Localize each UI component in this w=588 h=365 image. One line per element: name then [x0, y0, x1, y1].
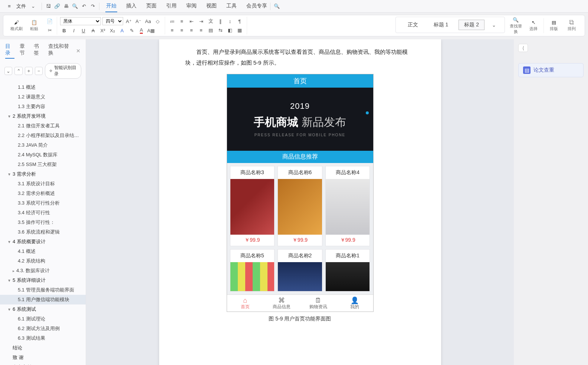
outline-node[interactable]: 4.1 概述	[0, 247, 86, 256]
numbering-icon[interactable]: ≡	[178, 17, 186, 25]
outline-node[interactable]: ▼6 系统测试	[0, 304, 86, 314]
grow-font-icon[interactable]: A⁺	[125, 17, 133, 25]
underline-icon[interactable]: U	[79, 27, 88, 34]
bold-icon[interactable]: B	[60, 27, 68, 34]
outline-node[interactable]: ▼2 系统开发环境	[0, 111, 86, 121]
save-icon[interactable]: 🖫	[44, 2, 52, 10]
distribute-icon[interactable]: ▤	[207, 26, 215, 34]
find-replace-button[interactable]: 🔍查找替换	[508, 16, 523, 35]
outline-node[interactable]: 6.3 测试结果	[0, 333, 86, 343]
font-color-icon[interactable]: A	[137, 27, 145, 34]
fill-color-icon[interactable]: ◧	[226, 26, 234, 34]
auto-detect-toc-button[interactable]: ✧智能识别目录	[45, 63, 81, 79]
ribbon-tab[interactable]: 页面	[145, 0, 157, 12]
outline-node[interactable]: 结论	[0, 343, 86, 353]
align-justify-icon[interactable]: ≡	[197, 26, 205, 34]
outline-node[interactable]: ▼3 需求分析	[0, 169, 86, 179]
ribbon-tab[interactable]: 开始	[105, 0, 117, 12]
style-normal[interactable]: 正文	[403, 20, 423, 30]
rail-expand-button[interactable]: ⟨	[518, 44, 528, 52]
ribbon-tab[interactable]: 工具	[226, 0, 237, 12]
print-preview-icon[interactable]: 🔍	[71, 2, 79, 10]
highlight-icon[interactable]: ✎	[128, 27, 136, 34]
outdent-icon[interactable]: ⇤	[187, 17, 196, 25]
cut-icon[interactable]: ✂	[46, 26, 54, 34]
change-case-icon[interactable]: Aa	[144, 17, 152, 25]
ribbon-tab[interactable]: 审阅	[185, 0, 197, 12]
document-area[interactable]: 首页、用户登录到商品展示系统客可以查看首页、商品信息、购物资讯、我的等功能模块，…	[86, 39, 514, 365]
superscript-icon[interactable]: X²	[99, 27, 107, 34]
product-card[interactable]: 商品名称1	[325, 249, 370, 291]
product-card[interactable]: 商品名称6￥99.9	[277, 166, 322, 246]
phone-nav-item[interactable]: ⌂首页	[227, 295, 264, 312]
outline-node[interactable]: 5.1 管理员服务端功能界面	[0, 285, 86, 295]
outline-node[interactable]: 4.2 系统结构	[0, 256, 86, 266]
indent-icon[interactable]: ⇥	[197, 17, 205, 25]
ribbon-tab[interactable]: 会员专享	[246, 0, 268, 12]
collapse-all-button[interactable]: ⌃	[14, 67, 22, 75]
product-card[interactable]: 商品名称4￥99.9	[325, 166, 370, 246]
text-direction-icon[interactable]: 文	[207, 17, 215, 25]
outline-node[interactable]: 2.4 MySQL 数据库	[0, 150, 86, 160]
file-menu[interactable]: 文件	[15, 3, 27, 10]
subscript-icon[interactable]: X₂	[108, 27, 116, 34]
format-brush-button[interactable]: 🖌 格式刷	[9, 19, 24, 32]
phone-nav-item[interactable]: ⌘商品信息	[263, 295, 300, 312]
print-icon[interactable]: 🖶	[62, 2, 70, 10]
line-spacing-icon[interactable]: ‖	[216, 17, 224, 25]
nav-pane-tab[interactable]: 书签	[34, 43, 43, 59]
style-heading1[interactable]: 标题 1	[428, 20, 454, 30]
tab-icon[interactable]: ⇆	[216, 26, 224, 34]
outline-node[interactable]: 1.3 主要内容	[0, 102, 86, 111]
arrange-button[interactable]: ⿻排列	[564, 19, 579, 32]
font-size-select[interactable]: 四号	[102, 17, 123, 25]
align-center-icon[interactable]: ≡	[178, 26, 186, 34]
show-marks-icon[interactable]: ¶	[236, 17, 244, 25]
style-more-icon[interactable]: ⌄	[490, 21, 498, 29]
link-icon[interactable]: 🔗	[53, 2, 61, 10]
italic-icon[interactable]: I	[70, 27, 78, 34]
product-card[interactable]: 商品名称5	[230, 249, 275, 291]
outline-node[interactable]: 3.2 需求分析概述	[0, 189, 86, 198]
strike-icon[interactable]: A	[89, 27, 97, 34]
remove-node-button[interactable]: －	[35, 67, 43, 75]
align-left-icon[interactable]: ≡	[168, 26, 176, 34]
product-card[interactable]: 商品名称2	[277, 249, 322, 291]
outline-node[interactable]: 2.2 小程序框架以及目录结构介 ...	[0, 131, 86, 140]
thesis-check-button[interactable]: ▤ 论文查重	[518, 63, 584, 77]
phone-nav-item[interactable]: 👤我的	[336, 295, 373, 312]
nav-pane-tab[interactable]: 目录	[5, 43, 14, 59]
ribbon-tab[interactable]: 引用	[165, 0, 177, 12]
outline-node[interactable]: 1.2 课题意义	[0, 92, 86, 102]
outline-node[interactable]: ▼5 系统详细设计	[0, 276, 86, 285]
add-node-button[interactable]: ＋	[25, 67, 33, 75]
outline-node[interactable]: 3.4 经济可行性	[0, 208, 86, 218]
font-name-select[interactable]: 黑体	[60, 17, 101, 25]
layout-button[interactable]: ▤排版	[546, 19, 562, 32]
ribbon-tab[interactable]: 插入	[125, 0, 137, 12]
outline-node[interactable]: 1.1 概述	[0, 82, 86, 92]
shading-icon[interactable]: A▦	[147, 27, 155, 34]
outline-node[interactable]: 3.5 操作可行性：	[0, 218, 86, 227]
select-button[interactable]: ↖选择	[526, 19, 541, 32]
outline-node[interactable]: 3.6 系统流程和逻辑	[0, 227, 86, 237]
sort-icon[interactable]: ↕	[226, 17, 234, 25]
outline-node[interactable]: 3.1 系统设计目标	[0, 179, 86, 189]
phone-nav-item[interactable]: 🗓购物资讯	[300, 295, 337, 312]
outline-node[interactable]: 5.1 用户微信端功能模块	[0, 295, 86, 304]
menu-icon[interactable]: ≡	[5, 2, 13, 10]
outline-node[interactable]: 参考文献	[0, 362, 86, 365]
outline-node[interactable]: ▼4 系统概要设计	[0, 237, 86, 247]
product-card[interactable]: 商品名称3￥99.9	[230, 166, 275, 246]
clear-format-icon[interactable]: ◇	[154, 17, 162, 25]
nav-pane-tab[interactable]: 章节	[20, 43, 29, 59]
paste-button[interactable]: 📋 粘贴	[26, 19, 42, 32]
outline-node[interactable]: 2.3 JAVA 简介	[0, 140, 86, 150]
outline-node[interactable]: 6.2 测试方法及用例	[0, 324, 86, 333]
outline-node[interactable]: 2.5 SSM 三大框架	[0, 160, 86, 169]
nav-pane-tab[interactable]: 查找和替换	[48, 43, 71, 59]
bullets-icon[interactable]: ≔	[168, 17, 176, 25]
style-heading2[interactable]: 标题 2	[459, 20, 484, 30]
expand-all-button[interactable]: ⌄	[4, 67, 12, 75]
search-icon[interactable]: 🔍	[273, 2, 281, 10]
